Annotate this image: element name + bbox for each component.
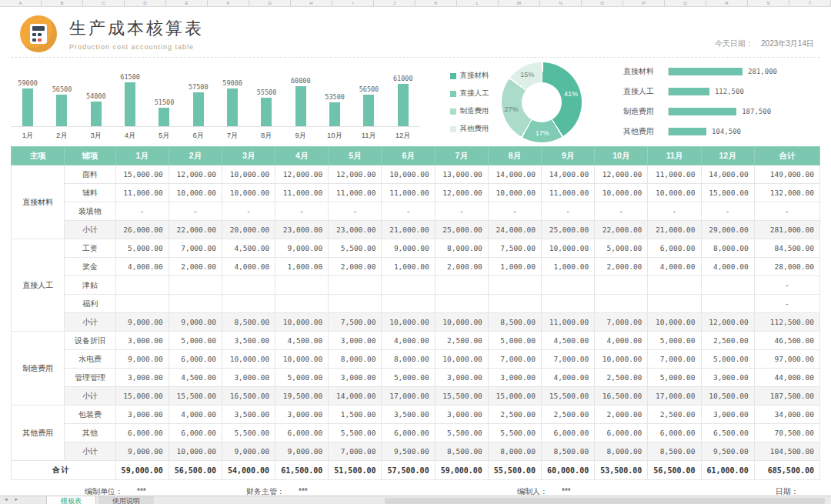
table-cell[interactable]: 4,000.00	[169, 406, 222, 424]
table-cell[interactable]: 17,000.00	[382, 387, 435, 406]
row-total-cell[interactable]: 97,000.00	[754, 350, 819, 369]
table-cell[interactable]: 10,000.00	[382, 313, 435, 332]
grand-total-cell[interactable]: 51,500.00	[329, 461, 382, 480]
table-cell[interactable]: 8,500.00	[542, 442, 595, 461]
table-cell[interactable]: -	[222, 202, 275, 221]
table-cell[interactable]: 9,500.00	[701, 442, 754, 461]
column-letter[interactable]: Q	[665, 0, 706, 6]
column-letter[interactable]: L	[457, 0, 499, 6]
table-cell[interactable]: 6,000.00	[648, 239, 701, 258]
grand-total-cell[interactable]: 60,000.00	[542, 461, 595, 480]
table-cell[interactable]	[701, 276, 754, 295]
table-cell[interactable]: 8,000.00	[595, 442, 648, 461]
table-cell[interactable]	[222, 276, 275, 295]
table-cell[interactable]: 3,000.00	[115, 332, 169, 350]
table-cell[interactable]: 20,000.00	[222, 221, 275, 239]
grand-total-label-cell[interactable]: 合计	[12, 461, 116, 480]
table-cell[interactable]	[701, 295, 754, 313]
table-cell[interactable]: 15,000.00	[488, 387, 541, 406]
table-cell[interactable]: 10,000.00	[595, 184, 648, 202]
table-cell[interactable]: 11,000.00	[275, 184, 329, 202]
table-cell[interactable]: 3,000.00	[435, 369, 488, 387]
table-cell[interactable]: 3,000.00	[701, 369, 754, 387]
table-cell[interactable]	[488, 295, 541, 313]
row-total-cell[interactable]: 104,500.00	[754, 442, 819, 461]
table-cell[interactable]: -	[435, 202, 488, 221]
table-cell[interactable]: 11,000.00	[648, 165, 701, 184]
table-cell[interactable]: 3,000.00	[329, 369, 382, 387]
table-header-cell[interactable]: 10月	[595, 147, 648, 165]
table-cell[interactable]: 12,000.00	[435, 184, 488, 202]
row-label-cell[interactable]: 津贴	[65, 276, 115, 295]
grand-total-sum-cell[interactable]: 685,500.00	[754, 461, 819, 480]
table-cell[interactable]: 4,000.00	[542, 369, 595, 387]
column-letter[interactable]: K	[416, 0, 457, 6]
grand-total-cell[interactable]: 54,000.00	[222, 461, 275, 480]
table-cell[interactable]: 8,500.00	[648, 442, 701, 461]
row-total-cell[interactable]: 112,500.00	[754, 313, 819, 332]
row-label-cell[interactable]: 工资	[65, 239, 115, 258]
table-cell[interactable]: 2,500.00	[595, 369, 648, 387]
table-header-cell[interactable]: 7月	[435, 147, 488, 165]
table-cell[interactable]: -	[275, 202, 329, 221]
table-cell[interactable]: -	[595, 202, 648, 221]
grand-total-cell[interactable]: 57,500.00	[382, 461, 435, 480]
table-cell[interactable]: 9,500.00	[382, 442, 435, 461]
table-cell[interactable]: 5,000.00	[382, 369, 435, 387]
row-total-cell[interactable]: -	[754, 202, 819, 221]
table-cell[interactable]	[595, 276, 648, 295]
table-cell[interactable]: -	[488, 202, 541, 221]
table-cell[interactable]: 5,000.00	[488, 332, 541, 350]
table-cell[interactable]: 13,000.00	[435, 165, 488, 184]
table-cell[interactable]: 8,000.00	[435, 239, 488, 258]
table-cell[interactable]: 3,000.00	[488, 369, 541, 387]
table-cell[interactable]: 4,500.00	[275, 332, 329, 350]
table-cell[interactable]: 3,000.00	[701, 406, 754, 424]
table-cell[interactable]: 3,000.00	[115, 406, 169, 424]
table-cell[interactable]: 24,000.00	[488, 221, 541, 239]
column-letter[interactable]: N	[540, 0, 582, 6]
table-cell[interactable]: 4,500.00	[222, 239, 275, 258]
table-cell[interactable]	[115, 295, 169, 313]
grand-total-cell[interactable]: 55,500.00	[488, 461, 541, 480]
table-cell[interactable]: 10,000.00	[648, 184, 701, 202]
table-cell[interactable]: 3,500.00	[222, 406, 275, 424]
table-cell[interactable]: 12,000.00	[701, 313, 754, 332]
table-cell[interactable]: 3,000.00	[275, 406, 329, 424]
table-cell[interactable]: 5,000.00	[648, 369, 701, 387]
table-header-cell[interactable]: 1月	[115, 147, 169, 165]
table-cell[interactable]: 2,000.00	[595, 406, 648, 424]
table-cell[interactable]: 9,000.00	[275, 442, 329, 461]
table-cell[interactable]: 2,500.00	[435, 332, 488, 350]
monthly-bar-chart[interactable]: 5900056500540006150051500575005900055500…	[11, 62, 420, 143]
table-cell[interactable]: 4,000.00	[382, 332, 435, 350]
table-cell[interactable]: 5,500.00	[329, 239, 382, 258]
row-total-cell[interactable]: 46,500.00	[754, 332, 819, 350]
table-cell[interactable]: 15,500.00	[169, 387, 222, 406]
table-cell[interactable]: 4,000.00	[595, 332, 648, 350]
row-label-cell[interactable]: 辅料	[65, 184, 115, 202]
table-cell[interactable]: 10,000.00	[222, 350, 275, 369]
table-header-cell[interactable]: 合计	[754, 147, 819, 165]
column-letter[interactable]: D	[125, 0, 166, 6]
horizontal-scrollbar[interactable]	[385, 498, 825, 504]
column-letter[interactable]: E	[166, 0, 208, 6]
row-total-cell[interactable]: 70,500.00	[754, 424, 819, 442]
row-total-cell[interactable]: 84,500.00	[754, 239, 819, 258]
table-cell[interactable]: 3,500.00	[222, 332, 275, 350]
table-cell[interactable]: 5,500.00	[329, 424, 382, 442]
table-cell[interactable]: 19,500.00	[275, 387, 329, 406]
table-cell[interactable]: 1,000.00	[275, 258, 329, 276]
table-header-cell[interactable]: 12月	[701, 147, 754, 165]
row-label-cell[interactable]: 管理管理	[65, 369, 115, 387]
row-total-cell[interactable]: 28,000.00	[754, 258, 819, 276]
table-cell[interactable]: 6,000.00	[595, 424, 648, 442]
table-cell[interactable]: 6,000.00	[115, 424, 169, 442]
table-cell[interactable]: 10,000.00	[542, 239, 595, 258]
row-label-cell[interactable]: 面料	[65, 165, 115, 184]
table-cell[interactable]: 6,000.00	[275, 424, 329, 442]
table-cell[interactable]: 7,000.00	[595, 313, 648, 332]
table-cell[interactable]: 6,000.00	[169, 424, 222, 442]
table-cell[interactable]: 3,000.00	[115, 369, 169, 387]
table-cell[interactable]: -	[382, 202, 435, 221]
